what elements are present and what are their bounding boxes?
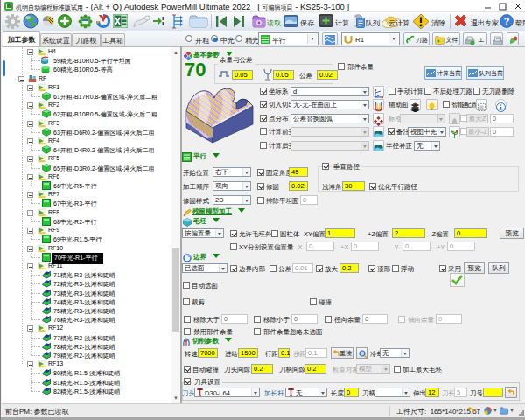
svg-text:?: ? — [504, 16, 510, 26]
